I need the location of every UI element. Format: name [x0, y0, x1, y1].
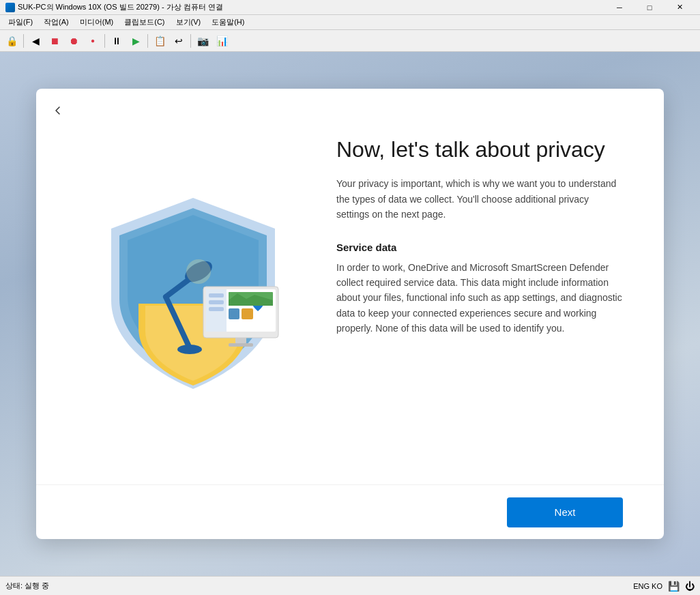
oobe-illustration: [77, 116, 309, 471]
menu-media[interactable]: 미디어(M): [74, 15, 119, 30]
svg-rect-16: [235, 338, 246, 343]
statusbar-right: ENG KO 💾 ⏻: [633, 581, 695, 592]
oobe-description: Your privacy is important, which is why …: [336, 176, 623, 222]
svg-point-18: [186, 259, 211, 284]
statusbar: 상태: 실행 중 ENG KO 💾 ⏻: [0, 576, 700, 595]
oobe-content: Now, let's talk about privacy Your priva…: [36, 89, 664, 484]
menu-file[interactable]: 파일(F): [3, 15, 38, 30]
oobe-footer: Next: [36, 484, 664, 539]
toolbar-stop[interactable]: ⏹: [46, 33, 63, 49]
window-controls: ─ □ ✕: [604, 0, 695, 15]
service-data-heading: Service data: [336, 242, 623, 253]
service-data-description: In order to work, OneDrive and Microsoft…: [336, 260, 623, 336]
restore-button[interactable]: □: [635, 0, 665, 15]
menu-clipboard[interactable]: 클립보드(C): [119, 15, 170, 30]
svg-point-3: [177, 345, 202, 354]
toolbar-sep-2: [104, 34, 105, 48]
menu-help[interactable]: 도움말(H): [206, 15, 250, 30]
oobe-title: Now, let's talk about privacy: [336, 136, 623, 162]
window-icon: [5, 3, 15, 12]
toolbar-record[interactable]: ⏺: [65, 33, 83, 49]
toolbar-undo[interactable]: ↩: [170, 33, 188, 49]
toolbar-lock[interactable]: 🔒: [3, 33, 20, 49]
toolbar-sep-3: [147, 34, 148, 48]
main-area: Now, let's talk about privacy Your priva…: [0, 52, 700, 576]
minimize-button[interactable]: ─: [604, 0, 635, 15]
power-icon[interactable]: ⏻: [685, 581, 695, 592]
svg-rect-9: [209, 307, 224, 311]
toolbar-sep-1: [23, 34, 24, 48]
svg-rect-12: [242, 308, 253, 319]
window-title: SUK-PC의 Windows 10X (OS 빌드 20279) - 가상 컴…: [18, 2, 604, 12]
menubar: 파일(F) 작업(A) 미디어(M) 클립보드(C) 보기(V) 도움말(H): [0, 15, 700, 30]
toolbar-play[interactable]: ▶: [127, 33, 145, 49]
svg-rect-17: [229, 343, 253, 347]
toolbar-screenshot[interactable]: 📷: [194, 33, 212, 49]
toolbar-stats[interactable]: 📊: [213, 33, 231, 49]
toolbar-dot[interactable]: ●: [84, 33, 102, 49]
close-button[interactable]: ✕: [665, 0, 695, 15]
oobe-dialog: Now, let's talk about privacy Your priva…: [36, 89, 664, 539]
save-icon[interactable]: 💾: [668, 581, 680, 592]
toolbar-pause[interactable]: ⏸: [108, 33, 126, 49]
back-button[interactable]: [47, 100, 69, 121]
oobe-text-section: Now, let's talk about privacy Your priva…: [309, 116, 623, 471]
toolbar: 🔒 ◀ ⏹ ⏺ ● ⏸ ▶ 📋 ↩ 📷 📊: [0, 30, 700, 52]
toolbar-clipboard[interactable]: 📋: [151, 33, 169, 49]
lang-display[interactable]: ENG KO: [633, 582, 662, 590]
menu-action[interactable]: 작업(A): [38, 15, 74, 30]
svg-rect-8: [209, 300, 224, 304]
svg-rect-7: [209, 293, 224, 298]
svg-rect-11: [229, 308, 239, 319]
shield-illustration: [98, 191, 289, 396]
status-label: 상태: 실행 중: [5, 581, 49, 591]
next-button[interactable]: Next: [507, 497, 623, 527]
titlebar: SUK-PC의 Windows 10X (OS 빌드 20279) - 가상 컴…: [0, 0, 700, 15]
menu-view[interactable]: 보기(V): [171, 15, 207, 30]
toolbar-sep-4: [190, 34, 191, 48]
toolbar-back[interactable]: ◀: [27, 33, 44, 49]
